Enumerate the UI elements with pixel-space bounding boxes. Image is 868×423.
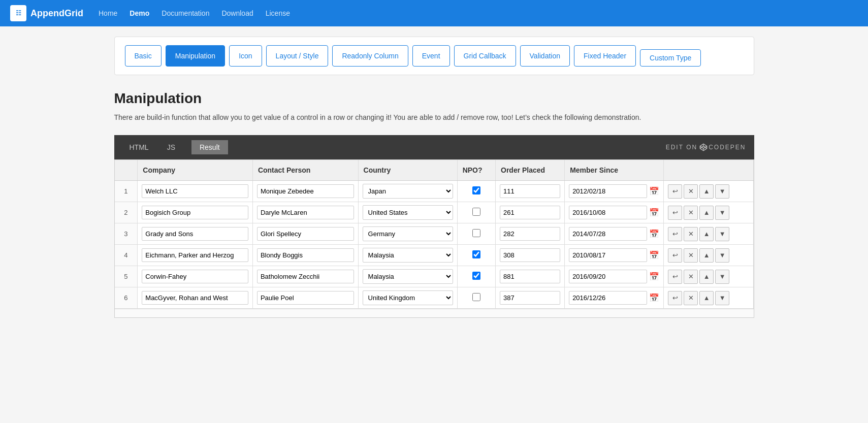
tab-basic[interactable]: Basic xyxy=(125,45,162,67)
country-select[interactable]: JapanUnited StatesGermanyMalaysiaUnited … xyxy=(363,248,453,263)
grid-body: 1JapanUnited StatesGermanyMalaysiaUnited… xyxy=(115,181,754,309)
calendar-icon[interactable]: 📅 xyxy=(649,229,659,239)
contact-input[interactable] xyxy=(257,206,354,219)
order-input[interactable] xyxy=(500,184,560,198)
tab-fixed-header[interactable]: Fixed Header xyxy=(574,45,636,67)
member-since-input[interactable] xyxy=(569,227,647,241)
move-up-button[interactable]: ▲ xyxy=(699,291,714,305)
npo-checkbox[interactable] xyxy=(472,272,480,280)
npo-checkbox[interactable] xyxy=(472,250,480,258)
move-down-button[interactable]: ▼ xyxy=(715,184,729,199)
contact-input[interactable] xyxy=(257,184,354,198)
content-wrap: Basic Manipulation Icon Layout / Style R… xyxy=(104,26,764,328)
calendar-icon[interactable]: 📅 xyxy=(649,208,659,217)
country-select[interactable]: JapanUnited StatesGermanyMalaysiaUnited … xyxy=(363,184,453,199)
npo-checkbox[interactable] xyxy=(472,293,480,301)
country-select[interactable]: JapanUnited StatesGermanyMalaysiaUnited … xyxy=(363,226,453,241)
brand: ☷ AppendGrid xyxy=(10,5,83,21)
country-select[interactable]: JapanUnited StatesGermanyMalaysiaUnited … xyxy=(363,205,453,220)
codepen-edit-label: EDIT ON CODEPEN xyxy=(666,143,746,151)
move-up-button[interactable]: ▲ xyxy=(699,206,714,220)
move-up-button[interactable]: ▲ xyxy=(699,270,714,284)
tab-manipulation[interactable]: Manipulation xyxy=(166,45,225,67)
delete-button[interactable]: ✕ xyxy=(684,248,698,263)
order-input[interactable] xyxy=(500,227,560,241)
company-input[interactable] xyxy=(142,248,248,262)
codepen-js-tab[interactable]: JS xyxy=(160,135,182,159)
calendar-icon[interactable]: 📅 xyxy=(649,250,659,260)
calendar-icon[interactable]: 📅 xyxy=(649,186,659,196)
delete-button[interactable]: ✕ xyxy=(684,227,698,241)
move-up-button[interactable]: ▲ xyxy=(699,248,714,263)
order-input[interactable] xyxy=(500,291,560,305)
member-since-input[interactable] xyxy=(569,270,647,283)
move-down-button[interactable]: ▼ xyxy=(715,291,729,305)
delete-button[interactable]: ✕ xyxy=(684,270,698,284)
member-since-input[interactable] xyxy=(569,248,647,262)
tab-event[interactable]: Event xyxy=(412,45,450,67)
country-select[interactable]: JapanUnited StatesGermanyMalaysiaUnited … xyxy=(363,269,453,284)
contact-input[interactable] xyxy=(257,291,354,305)
move-up-button[interactable]: ▲ xyxy=(699,184,714,199)
delete-button[interactable]: ✕ xyxy=(684,291,698,305)
codepen-result-button[interactable]: Result xyxy=(191,140,228,154)
delete-button[interactable]: ✕ xyxy=(684,206,698,220)
undo-button[interactable]: ↩ xyxy=(668,291,682,305)
company-input[interactable] xyxy=(142,227,248,241)
tab-grid-callback[interactable]: Grid Callback xyxy=(454,45,516,67)
row-actions: ↩✕▲▼ xyxy=(668,291,749,305)
calendar-icon[interactable]: 📅 xyxy=(649,272,659,281)
undo-button[interactable]: ↩ xyxy=(668,206,682,220)
brand-icon: ☷ xyxy=(10,5,26,21)
nav-documentation[interactable]: Documentation xyxy=(162,9,209,17)
tab-row-2: Custom Type xyxy=(640,49,701,67)
move-down-button[interactable]: ▼ xyxy=(715,248,729,263)
nav-license[interactable]: License xyxy=(266,9,290,17)
member-since-input[interactable] xyxy=(569,291,647,305)
undo-button[interactable]: ↩ xyxy=(668,270,682,284)
nav-links: Home Demo Documentation Download License xyxy=(99,9,290,17)
row-number: 5 xyxy=(115,266,138,287)
npo-checkbox[interactable] xyxy=(472,229,480,237)
company-input[interactable] xyxy=(142,184,248,198)
calendar-icon[interactable]: 📅 xyxy=(649,293,659,303)
company-input[interactable] xyxy=(142,291,248,305)
undo-button[interactable]: ↩ xyxy=(668,184,682,199)
company-input[interactable] xyxy=(142,270,248,283)
tab-layout-style[interactable]: Layout / Style xyxy=(266,45,329,67)
undo-button[interactable]: ↩ xyxy=(668,248,682,263)
grid-footer xyxy=(115,309,754,317)
tab-validation[interactable]: Validation xyxy=(520,45,570,67)
move-down-button[interactable]: ▼ xyxy=(715,227,729,241)
table-row: 6JapanUnited StatesGermanyMalaysiaUnited… xyxy=(115,287,754,309)
codepen-toolbar: HTML JS Result EDIT ON CODEPEN xyxy=(114,135,754,159)
npo-checkbox[interactable] xyxy=(472,186,480,194)
country-select[interactable]: JapanUnited StatesGermanyMalaysiaUnited … xyxy=(363,290,453,305)
contact-input[interactable] xyxy=(257,227,354,241)
tab-readonly-column[interactable]: Readonly Column xyxy=(332,45,408,67)
order-input[interactable] xyxy=(500,248,560,262)
nav-home[interactable]: Home xyxy=(99,9,117,17)
contact-input[interactable] xyxy=(257,248,354,262)
tab-custom-type[interactable]: Custom Type xyxy=(640,49,701,67)
member-since-input[interactable] xyxy=(569,206,647,219)
order-input[interactable] xyxy=(500,270,560,283)
company-input[interactable] xyxy=(142,206,248,219)
col-header-order: Order Placed xyxy=(496,160,565,181)
row-number: 4 xyxy=(115,245,138,266)
nav-demo[interactable]: Demo xyxy=(130,9,149,17)
order-input[interactable] xyxy=(500,206,560,219)
move-down-button[interactable]: ▼ xyxy=(715,206,729,220)
move-up-button[interactable]: ▲ xyxy=(699,227,714,241)
member-since-input[interactable] xyxy=(569,184,647,198)
undo-button[interactable]: ↩ xyxy=(668,227,682,241)
tab-row-1: Basic Manipulation Icon Layout / Style R… xyxy=(125,45,636,67)
delete-button[interactable]: ✕ xyxy=(684,184,698,199)
npo-checkbox[interactable] xyxy=(472,208,480,216)
codepen-html-tab[interactable]: HTML xyxy=(122,135,156,159)
move-down-button[interactable]: ▼ xyxy=(715,270,729,284)
nav-download[interactable]: Download xyxy=(221,9,253,17)
grid-header-row: Company Contact Person Country NPO? Orde… xyxy=(115,160,754,181)
contact-input[interactable] xyxy=(257,270,354,283)
tab-icon[interactable]: Icon xyxy=(229,45,262,67)
